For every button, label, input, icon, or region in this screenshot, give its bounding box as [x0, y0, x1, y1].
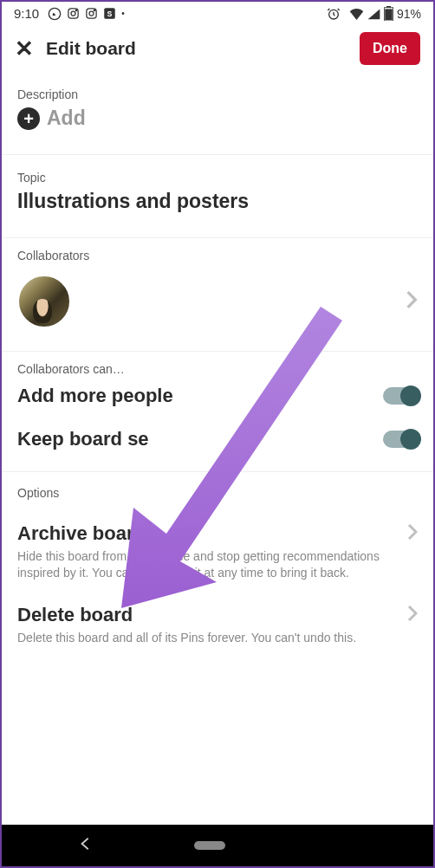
- battery-percent: 91%: [397, 7, 421, 21]
- page-title: Edit board: [46, 38, 136, 59]
- status-right: 91%: [327, 6, 421, 21]
- collaborators-label: Collaborators: [17, 249, 418, 262]
- toggle-add-people-label: Add more people: [17, 385, 173, 407]
- options-label: Options: [17, 486, 418, 500]
- alarm-icon: [327, 7, 341, 21]
- topic-section[interactable]: Topic Illustrations and posters: [2, 155, 433, 238]
- close-icon[interactable]: ✕: [15, 37, 34, 60]
- delete-title: Delete board: [17, 604, 133, 626]
- delete-board-option[interactable]: Delete board Delete this board and all o…: [17, 604, 418, 646]
- chevron-right-icon: [407, 605, 418, 625]
- status-bar: 9:10 S • 91%: [2, 2, 433, 23]
- status-left: 9:10 S •: [14, 6, 125, 21]
- nav-back-button[interactable]: [78, 836, 94, 856]
- signal-icon: [367, 8, 380, 20]
- description-section: Description + Add: [2, 77, 433, 155]
- plus-icon: +: [17, 107, 40, 130]
- svg-rect-12: [385, 9, 393, 20]
- description-label: Description: [17, 87, 418, 101]
- done-button[interactable]: Done: [360, 32, 420, 65]
- android-nav-bar: [2, 825, 433, 866]
- instagram-icon: [67, 7, 80, 20]
- toggle-keep-secret[interactable]: [383, 431, 418, 448]
- topic-value: Illustrations and posters: [17, 190, 418, 213]
- toggle-add-people-row: Add more people: [17, 385, 418, 407]
- collaborators-row[interactable]: [17, 275, 418, 328]
- collab-can-section: Collaborators can… Add more people Keep …: [2, 352, 433, 472]
- svg-point-5: [89, 11, 94, 16]
- svg-point-6: [94, 10, 95, 10]
- status-time: 9:10: [14, 6, 39, 21]
- toggle-keep-secret-row: Keep board se: [17, 428, 418, 450]
- toggle-keep-secret-label: Keep board se: [17, 428, 149, 450]
- svg-point-2: [71, 11, 75, 16]
- whatsapp-icon: [48, 7, 62, 21]
- svg-text:S: S: [107, 10, 113, 18]
- chevron-right-icon: [406, 290, 418, 313]
- archive-title: Archive board: [17, 522, 146, 545]
- archive-subtitle: Hide this board from your profile and st…: [17, 548, 418, 581]
- collab-can-label: Collaborators can…: [17, 362, 418, 376]
- topic-label: Topic: [17, 171, 418, 185]
- s-badge-icon: S: [103, 7, 116, 20]
- archive-board-option[interactable]: Archive board Hide this board from your …: [17, 522, 418, 581]
- delete-subtitle: Delete this board and all of its Pins fo…: [17, 630, 418, 646]
- toggle-add-people[interactable]: [383, 387, 418, 405]
- add-description-button[interactable]: + Add: [17, 107, 418, 130]
- avatar: [17, 275, 71, 328]
- nav-home-pill[interactable]: [194, 841, 225, 850]
- battery-icon: [384, 6, 393, 21]
- svg-point-3: [76, 10, 77, 10]
- options-section: Options Archive board Hide this board fr…: [2, 472, 433, 662]
- add-text: Add: [47, 107, 86, 130]
- header: ✕ Edit board Done: [2, 23, 433, 77]
- collaborators-section: Collaborators: [2, 238, 433, 352]
- instagram-icon-2: [85, 7, 98, 20]
- dot-icon: •: [121, 9, 125, 18]
- wifi-icon: [349, 8, 364, 20]
- chevron-right-icon: [407, 523, 418, 544]
